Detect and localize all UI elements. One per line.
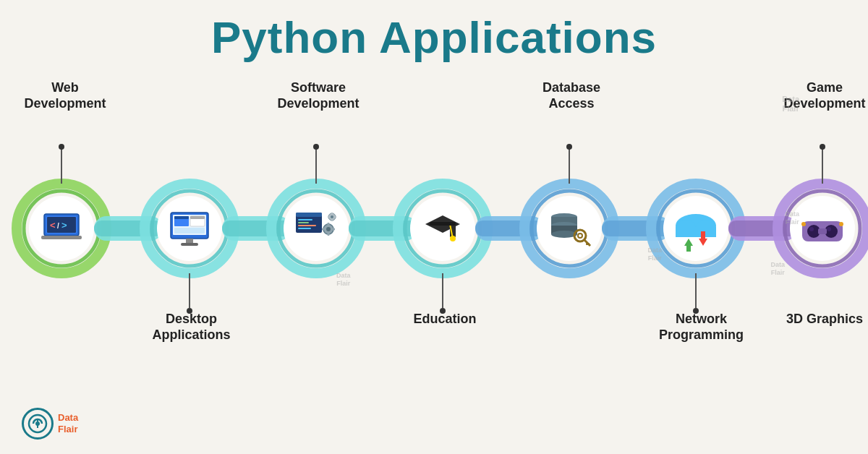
svg-rect-67 <box>298 222 309 223</box>
label-database-access: Database Access <box>521 80 622 111</box>
svg-rect-95 <box>586 243 590 245</box>
svg-point-27 <box>59 144 64 150</box>
svg-rect-73 <box>328 233 330 236</box>
label-software-development: Software Development <box>268 80 369 111</box>
svg-text:<: < <box>50 220 56 231</box>
main-title: Python Applications <box>0 13 868 62</box>
label-network-programming: Network Programming <box>645 312 757 343</box>
svg-rect-81 <box>334 216 336 218</box>
label-3d-graphics: 3D Graphics <box>774 312 868 327</box>
svg-rect-74 <box>322 228 325 231</box>
logo: Data Flair <box>22 408 78 440</box>
svg-rect-60 <box>190 216 205 219</box>
label-game-development: Game Development <box>774 80 868 111</box>
svg-point-108 <box>809 227 814 231</box>
svg-point-113 <box>35 421 40 426</box>
diagram-area: </> < / > <box>0 69 868 373</box>
svg-rect-79 <box>331 219 333 221</box>
svg-text:>: > <box>61 220 67 231</box>
svg-rect-80 <box>328 216 330 218</box>
svg-point-33 <box>820 144 825 150</box>
svg-point-91 <box>551 231 577 238</box>
svg-point-110 <box>801 222 806 226</box>
svg-rect-101 <box>686 246 691 252</box>
label-education: Education <box>401 312 488 327</box>
svg-rect-72 <box>328 223 330 226</box>
svg-rect-50 <box>41 236 82 239</box>
svg-point-77 <box>331 215 333 218</box>
svg-point-111 <box>839 222 843 226</box>
svg-rect-69 <box>298 228 311 229</box>
svg-rect-63 <box>181 243 198 246</box>
svg-rect-66 <box>298 219 312 220</box>
svg-point-31 <box>566 144 572 150</box>
svg-rect-103 <box>701 231 705 239</box>
svg-text:/: / <box>57 222 59 230</box>
svg-rect-62 <box>186 239 193 243</box>
title-section: Python Applications <box>0 0 868 62</box>
svg-rect-86 <box>430 222 456 226</box>
svg-rect-75 <box>332 228 335 231</box>
svg-rect-68 <box>298 225 316 226</box>
svg-point-109 <box>827 227 831 231</box>
logo-text: Data Flair <box>58 412 78 434</box>
svg-rect-58 <box>174 216 189 219</box>
svg-point-71 <box>326 227 331 231</box>
svg-rect-99 <box>676 227 716 237</box>
label-desktop-applications: Desktop Applications <box>139 312 244 343</box>
svg-rect-65 <box>296 213 322 217</box>
logo-icon <box>22 408 54 440</box>
svg-rect-107 <box>818 228 827 234</box>
svg-rect-78 <box>331 213 333 215</box>
svg-rect-61 <box>174 228 205 234</box>
svg-point-29 <box>313 144 319 150</box>
label-web-development: Web Development <box>18 80 112 111</box>
